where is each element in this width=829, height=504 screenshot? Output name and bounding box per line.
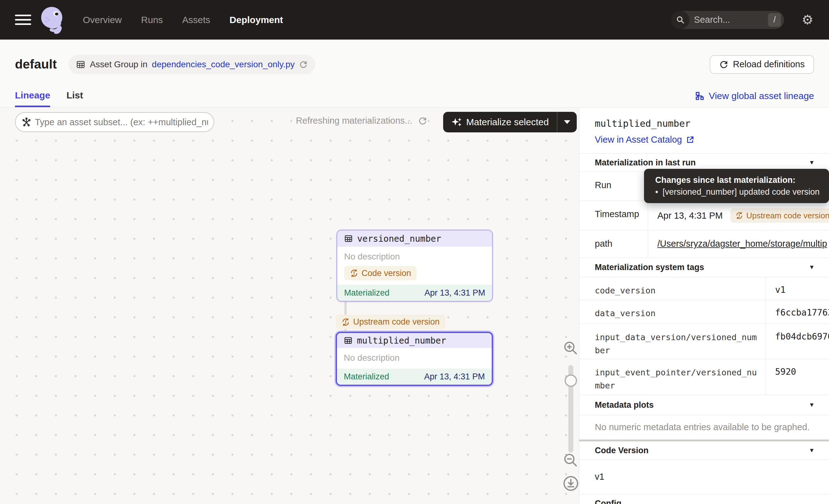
asset-subset-input[interactable] bbox=[35, 117, 208, 128]
nav-item-overview[interactable]: Overview bbox=[83, 15, 122, 25]
refresh-icon[interactable] bbox=[418, 116, 427, 125]
zoom-out-icon[interactable] bbox=[562, 452, 579, 469]
dagster-logo-icon[interactable] bbox=[40, 6, 66, 34]
asset-group-breadcrumb: Asset Group in dependencies_code_version… bbox=[69, 55, 315, 74]
chevron-down-icon[interactable]: ▼ bbox=[809, 159, 815, 166]
materialize-dropdown-toggle[interactable] bbox=[557, 112, 577, 132]
upstream-code-version-label: Upstream code version bbox=[353, 317, 440, 327]
view-global-asset-lineage-link[interactable]: View global asset lineage bbox=[695, 85, 814, 107]
top-navbar: Overview Runs Assets Deployment / ⚙ bbox=[0, 0, 829, 40]
tooltip-title: Changes since last materialization: bbox=[655, 174, 823, 186]
section-label: Code Version bbox=[595, 446, 649, 456]
materialize-selected-label: Materialize selected bbox=[466, 117, 549, 128]
op-selector-icon bbox=[22, 117, 31, 127]
bullet-icon: • bbox=[655, 186, 658, 198]
asset-detail-sidebar: multiplied_number View in Asset Catalog … bbox=[579, 107, 829, 504]
asset-node-description: No description bbox=[344, 352, 485, 364]
metadata-plots-empty-message: No numeric metadata entries available to… bbox=[579, 415, 829, 441]
table-grid-icon bbox=[344, 336, 353, 345]
tag-value: fb04dcb6970 bbox=[765, 324, 829, 359]
breadcrumb-label: Asset Group in bbox=[90, 60, 147, 69]
materialize-selected-main[interactable]: Materialize selected bbox=[443, 112, 557, 132]
code-version-tag-label: Code version bbox=[362, 268, 411, 278]
asset-node-body: No description bbox=[337, 348, 492, 368]
navbar-links: Overview Runs Assets Deployment bbox=[83, 15, 283, 25]
table-row: data_version f6ccba177638 bbox=[579, 300, 829, 324]
lineage-graph-icon bbox=[695, 91, 705, 101]
section-metadata-plots[interactable]: Metadata plots ▼ bbox=[579, 395, 829, 415]
section-materialization-system-tags[interactable]: Materialization system tags ▼ bbox=[579, 258, 829, 277]
reload-definitions-label: Reload definitions bbox=[733, 59, 805, 69]
asset-subset-filter[interactable] bbox=[15, 112, 214, 132]
tab-lineage[interactable]: Lineage bbox=[15, 85, 50, 107]
refreshing-status: Refreshing materializations... bbox=[296, 115, 427, 126]
search-input[interactable] bbox=[689, 15, 768, 25]
asset-node-versioned-number[interactable]: versioned_number No description Code ver… bbox=[336, 229, 493, 302]
nav-item-deployment[interactable]: Deployment bbox=[229, 15, 283, 25]
breadcrumb-file-link[interactable]: dependencies_code_version_only.py bbox=[152, 60, 295, 69]
path-label: path bbox=[579, 230, 648, 257]
gear-icon[interactable]: ⚙ bbox=[802, 13, 814, 27]
asset-node-description: No description bbox=[344, 250, 485, 263]
view-in-asset-catalog-link[interactable]: View in Asset Catalog bbox=[595, 135, 694, 145]
code-version-value: v1 bbox=[579, 460, 829, 494]
section-label: Materialization system tags bbox=[595, 262, 704, 272]
section-label: Metadata plots bbox=[595, 400, 654, 410]
asset-node-header: multiplied_number bbox=[337, 333, 492, 348]
asset-node-footer: Materialized Apr 13, 4:31 PM bbox=[337, 285, 492, 301]
asset-node-name: versioned_number bbox=[357, 233, 441, 244]
materialized-status: Materialized bbox=[344, 288, 390, 298]
table-grid-icon bbox=[76, 60, 85, 69]
content-area: Refreshing materializations... bbox=[0, 107, 829, 504]
tag-value: v1 bbox=[765, 277, 829, 300]
chevron-down-icon[interactable]: ▼ bbox=[809, 447, 815, 454]
tag-value: f6ccba177638 bbox=[765, 300, 829, 324]
sparkle-icon bbox=[451, 117, 462, 128]
view-tabs: Lineage List View global asset lineage bbox=[0, 85, 829, 107]
asset-node-name: multiplied_number bbox=[357, 335, 446, 346]
dropdown-caret-icon bbox=[564, 120, 570, 124]
section-config[interactable]: Config bbox=[579, 494, 829, 504]
reload-definitions-button[interactable]: Reload definitions bbox=[710, 55, 814, 74]
zoom-slider-handle[interactable] bbox=[565, 374, 577, 387]
changes-tooltip: Changes since last materialization: • [v… bbox=[644, 169, 829, 203]
asset-node-footer: Materialized Apr 13, 4:31 PM bbox=[337, 368, 492, 385]
download-image-icon[interactable] bbox=[562, 475, 579, 492]
table-row: input_event_pointer/versioned_number 592… bbox=[579, 359, 829, 395]
global-search[interactable]: / bbox=[672, 11, 784, 29]
chevron-down-icon[interactable]: ▼ bbox=[809, 264, 815, 271]
search-shortcut-key: / bbox=[768, 13, 781, 27]
upstream-code-version-badge-label: Upstream code version bbox=[747, 211, 829, 220]
lineage-canvas[interactable]: Refreshing materializations... bbox=[0, 107, 579, 504]
tag-key: data_version bbox=[579, 300, 765, 324]
hamburger-menu-icon[interactable] bbox=[15, 15, 31, 25]
section-label: Config bbox=[595, 499, 621, 504]
reload-icon[interactable] bbox=[299, 60, 308, 69]
materialized-timestamp: Apr 13, 4:31 PM bbox=[425, 288, 485, 298]
external-link-icon bbox=[686, 136, 694, 144]
nav-item-assets[interactable]: Assets bbox=[182, 15, 210, 25]
zoom-in-icon[interactable] bbox=[562, 339, 579, 357]
materialized-status: Materialized bbox=[344, 372, 389, 382]
timestamp-label: Timestamp bbox=[579, 201, 648, 230]
sidebar-head: multiplied_number View in Asset Catalog bbox=[579, 107, 829, 153]
chevron-down-icon[interactable]: ▼ bbox=[809, 401, 815, 408]
materialized-timestamp: Apr 13, 4:31 PM bbox=[424, 372, 485, 382]
tag-key: input_event_pointer/versioned_number bbox=[579, 359, 765, 395]
view-global-asset-lineage-label: View global asset lineage bbox=[709, 91, 814, 101]
asset-node-body: No description Code version bbox=[337, 247, 492, 285]
nav-item-runs[interactable]: Runs bbox=[141, 15, 163, 25]
section-code-version[interactable]: Code Version ▼ bbox=[579, 441, 829, 460]
page-header: default Asset Group in dependencies_code… bbox=[0, 40, 829, 85]
view-in-asset-catalog-label: View in Asset Catalog bbox=[595, 135, 682, 145]
section-label: Materialization in last run bbox=[595, 158, 696, 168]
page-title: default bbox=[15, 57, 57, 72]
tab-list[interactable]: List bbox=[66, 85, 83, 107]
tag-key: input_data_version/versioned_number bbox=[579, 324, 765, 359]
sidebar-asset-name: multiplied_number bbox=[595, 118, 814, 129]
path-link[interactable]: /Users/sryza/dagster_home/storage/multip bbox=[657, 239, 827, 249]
code-version-tag: Code version bbox=[344, 266, 417, 280]
upstream-code-version-badge: Upstream code version bbox=[730, 208, 829, 223]
timestamp-value: Apr 13, 4:31 PM bbox=[657, 211, 723, 221]
asset-node-multiplied-number[interactable]: multiplied_number No description Materia… bbox=[336, 332, 493, 386]
